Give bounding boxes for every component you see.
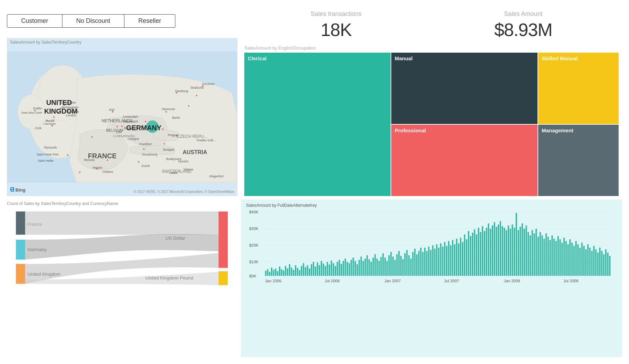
svg-rect-178 — [420, 248, 421, 276]
svg-rect-208 — [480, 232, 481, 276]
transactions-kpi: Sales transactions 18K — [311, 10, 361, 40]
svg-rect-108 — [281, 269, 282, 276]
svg-rect-205 — [474, 229, 475, 276]
svg-rect-239 — [542, 235, 543, 276]
svg-text:Dublin: Dublin — [33, 107, 42, 110]
svg-rect-140 — [344, 258, 346, 276]
svg-rect-173 — [410, 258, 412, 276]
svg-rect-236 — [535, 229, 537, 276]
svg-rect-218 — [500, 221, 501, 276]
svg-rect-186 — [436, 244, 437, 276]
svg-rect-203 — [470, 236, 471, 276]
sankey-panel: Count of Sales by SalesTerritoryCountry … — [7, 199, 237, 357]
svg-rect-189 — [442, 247, 444, 276]
svg-rect-260 — [583, 246, 585, 276]
svg-rect-261 — [585, 249, 587, 276]
timeseries-panel: SalesAmount by FullDateAlternateKey $40K… — [241, 199, 622, 357]
svg-rect-158 — [381, 257, 382, 276]
svg-rect-244 — [551, 235, 553, 276]
svg-rect-195 — [454, 244, 455, 276]
svg-rect-182 — [428, 247, 429, 276]
reseller-filter-button[interactable]: Reseller — [124, 14, 175, 28]
timeseries-title: SalesAmount by FullDateAlternateKey — [246, 203, 617, 208]
svg-rect-155 — [374, 254, 376, 276]
svg-text:Klagenfurt: Klagenfurt — [209, 175, 224, 178]
svg-text:Baile Átha Cliath: Baile Átha Cliath — [22, 111, 42, 114]
svg-rect-192 — [448, 241, 449, 275]
svg-rect-213 — [490, 229, 491, 276]
svg-rect-119 — [303, 263, 304, 275]
customer-filter-button[interactable]: Customer — [7, 14, 62, 28]
svg-rect-149 — [362, 261, 364, 276]
svg-rect-163 — [390, 252, 392, 276]
treemap-label-clerical: Clerical — [248, 55, 267, 61]
treemap-cell-clerical[interactable]: Clerical — [244, 53, 391, 196]
svg-rect-238 — [540, 232, 541, 276]
svg-rect-141 — [347, 262, 348, 276]
svg-rect-115 — [295, 265, 296, 276]
svg-rect-161 — [386, 261, 388, 276]
timeseries-svg: $40K $30K $20K $10K $0K — [246, 210, 617, 286]
svg-rect-80 — [16, 211, 25, 234]
svg-rect-256 — [575, 241, 577, 275]
svg-text:Szczecin: Szczecin — [202, 82, 215, 86]
svg-rect-264 — [591, 251, 593, 276]
svg-rect-193 — [450, 245, 452, 276]
svg-rect-271 — [605, 249, 606, 276]
svg-text:Vienna: Vienna — [183, 168, 193, 171]
svg-rect-257 — [577, 244, 579, 276]
treemap-cell-management[interactable]: Management — [538, 125, 619, 196]
svg-rect-206 — [476, 234, 477, 276]
svg-rect-160 — [384, 257, 386, 276]
treemap-cell-skilled-manual[interactable]: Skilled Manual — [538, 53, 619, 124]
svg-rect-117 — [299, 270, 300, 276]
map-svg: UNITED KINGDOM GERMANY FRANCE NETHERLAND… — [7, 38, 237, 196]
treemap-cell-professional[interactable]: Professional — [391, 125, 538, 196]
svg-rect-109 — [283, 270, 284, 276]
svg-rect-111 — [287, 268, 288, 276]
svg-rect-214 — [492, 225, 493, 275]
svg-rect-212 — [488, 223, 489, 276]
svg-text:Strasbourg: Strasbourg — [142, 153, 157, 156]
svg-rect-126 — [317, 263, 318, 276]
svg-point-18 — [162, 128, 164, 130]
svg-rect-156 — [376, 258, 378, 276]
svg-text:Orléans: Orléans — [102, 170, 113, 174]
svg-rect-168 — [400, 256, 402, 275]
svg-rect-121 — [307, 265, 308, 276]
svg-rect-144 — [352, 257, 354, 276]
no-discount-filter-button[interactable]: No Discount — [62, 14, 124, 28]
svg-rect-272 — [607, 252, 609, 276]
svg-point-25 — [164, 143, 165, 145]
svg-rect-113 — [291, 267, 292, 276]
treemap-cell-manual[interactable]: Manual — [391, 53, 538, 124]
svg-rect-225 — [514, 228, 515, 276]
svg-rect-165 — [394, 260, 396, 276]
svg-rect-266 — [595, 249, 597, 276]
svg-text:Manchester: Manchester — [60, 101, 76, 104]
svg-rect-180 — [424, 248, 426, 276]
svg-rect-217 — [498, 224, 499, 276]
treemap-title: SalesAmount by EnglishOccupation — [244, 45, 619, 51]
svg-rect-252 — [567, 244, 569, 276]
svg-rect-215 — [494, 222, 495, 276]
svg-rect-145 — [355, 261, 356, 276]
svg-rect-142 — [349, 263, 350, 275]
svg-rect-222 — [508, 225, 509, 275]
svg-rect-248 — [559, 239, 561, 276]
svg-rect-258 — [579, 248, 581, 276]
svg-rect-234 — [532, 230, 533, 276]
svg-rect-187 — [438, 248, 439, 276]
svg-rect-243 — [550, 240, 551, 276]
svg-text:Jul 2007: Jul 2007 — [444, 279, 459, 283]
svg-text:Saint Peter Port: Saint Peter Port — [37, 153, 59, 156]
svg-rect-228 — [519, 227, 521, 276]
svg-text:Amsterdam: Amsterdam — [122, 115, 138, 118]
svg-rect-184 — [432, 245, 434, 276]
svg-rect-250 — [564, 238, 565, 276]
svg-rect-269 — [601, 251, 603, 276]
svg-rect-82 — [16, 240, 25, 260]
svg-point-15 — [116, 126, 118, 127]
svg-text:Cork: Cork — [35, 126, 42, 130]
svg-rect-199 — [462, 242, 463, 276]
